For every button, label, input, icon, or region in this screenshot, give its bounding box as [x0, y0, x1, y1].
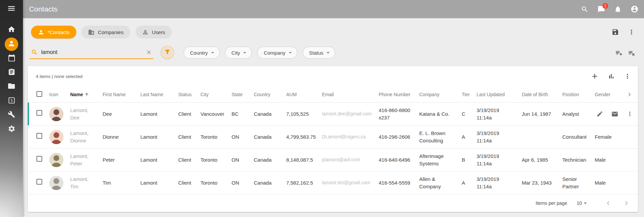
tab-users[interactable]: Users: [135, 26, 172, 38]
column-header-state[interactable]: State: [227, 86, 250, 103]
bar-chart-icon[interactable]: [608, 73, 615, 80]
column-header-name[interactable]: Name: [66, 86, 99, 103]
cell-state: BC: [227, 103, 250, 126]
cell-last-name: Lamont: [136, 171, 174, 194]
column-header-dob[interactable]: Date of Birth: [518, 86, 558, 103]
tab-label: Users: [152, 29, 165, 35]
column-header-last-name[interactable]: Last Name: [136, 86, 174, 103]
cell-email: lamont.dee@gmail.com: [318, 103, 375, 126]
selection-summary: 4 items | none selected: [36, 74, 83, 79]
cell-country: Canada: [250, 126, 282, 148]
page-title: Contacts: [29, 5, 57, 13]
sidebar-item-documents[interactable]: [5, 80, 18, 93]
column-header-tier[interactable]: Tier: [458, 86, 473, 103]
scroll-right-icon[interactable]: [619, 91, 635, 98]
row-checkbox[interactable]: [36, 156, 42, 162]
cell-country: Canada: [250, 148, 282, 171]
cell-status: Client: [174, 103, 196, 126]
sidebar-item-settings[interactable]: [5, 123, 18, 136]
chevron-down-icon: [209, 49, 216, 56]
cell-city: Toronto: [196, 148, 227, 171]
topbar-actions: 1: [581, 5, 639, 13]
sidebar-item-home[interactable]: [5, 23, 18, 37]
more-vert-icon[interactable]: [626, 111, 633, 117]
company-filter-dropdown[interactable]: Company: [257, 47, 297, 59]
more-vert-icon[interactable]: [624, 73, 631, 80]
cell-position: Analyst: [558, 103, 591, 126]
cell-name: Lamont, Peter: [66, 148, 99, 171]
row-checkbox[interactable]: [36, 179, 42, 185]
table-row[interactable]: Lamont, Peter Peter Lamont Client Toront…: [28, 148, 638, 171]
cell-status: Client: [174, 126, 196, 148]
folder-icon: [7, 82, 16, 91]
table-row[interactable]: Lamont, Dee Dee Lamont Client Vancouver …: [28, 103, 638, 126]
sidebar-item-accounts[interactable]: 5: [5, 94, 18, 108]
column-header-aum[interactable]: AUM: [282, 86, 318, 103]
contact-avatar: [49, 130, 63, 144]
city-filter-dropdown[interactable]: City: [225, 47, 252, 59]
cell-last-updated: 3/19/2019 11:14a: [473, 148, 518, 171]
tab-companies[interactable]: Companies: [81, 26, 130, 38]
account-icon[interactable]: [630, 5, 639, 13]
status-filter-dropdown[interactable]: Status: [303, 47, 336, 59]
next-page-icon[interactable]: [622, 199, 630, 207]
edit-icon[interactable]: [596, 111, 603, 117]
person-icon: [38, 29, 44, 35]
clear-search-icon[interactable]: [146, 49, 152, 55]
cell-position: Consultant: [558, 126, 591, 148]
column-header-gender[interactable]: Gender: [591, 86, 615, 103]
cell-last-name: Lamont: [136, 148, 174, 171]
table-row[interactable]: Lamont, Tim Tim Lamont Client Toronto ON…: [28, 171, 638, 194]
column-header-company[interactable]: Company: [415, 86, 458, 103]
column-header-status[interactable]: Status: [174, 86, 196, 103]
save-icon[interactable]: [612, 28, 619, 36]
country-filter-dropdown[interactable]: Country: [184, 47, 220, 59]
cell-dob: [518, 126, 558, 148]
cell-aum: 8,148,087.5: [282, 148, 318, 171]
previous-page-icon[interactable]: [604, 199, 612, 207]
bell-icon[interactable]: [614, 5, 622, 13]
sidebar-item-tools[interactable]: [5, 108, 18, 122]
add-icon[interactable]: [591, 72, 599, 80]
column-header-first-name[interactable]: First Name: [99, 86, 136, 103]
more-vert-icon[interactable]: [628, 28, 635, 36]
table-row[interactable]: Lamont, Dionne Dionne Lamont Client Toro…: [28, 126, 638, 148]
select-all-checkbox[interactable]: [36, 91, 42, 97]
cell-state: ON: [227, 126, 250, 148]
column-header-last-updated[interactable]: Last Updated: [473, 86, 518, 103]
column-header-position[interactable]: Position: [558, 86, 591, 103]
row-checkbox[interactable]: [36, 110, 42, 116]
chat-icon[interactable]: 1: [597, 5, 605, 13]
column-header-email[interactable]: Email: [318, 86, 375, 103]
search-input[interactable]: [41, 49, 142, 55]
card-header-actions: [591, 72, 631, 80]
column-header-icon[interactable]: Icon: [45, 86, 66, 103]
playlist-add-icon[interactable]: [615, 49, 622, 56]
contact-avatar: [49, 176, 63, 190]
column-header-country[interactable]: Country: [250, 86, 282, 103]
email-icon[interactable]: [611, 110, 618, 117]
app-screen: 5 Contacts 1: [0, 0, 644, 217]
menu-button[interactable]: [0, 0, 23, 18]
dropdown-label: Status: [309, 50, 324, 56]
row-checkbox[interactable]: [36, 133, 42, 139]
column-header-city[interactable]: City: [196, 86, 227, 103]
search-field[interactable]: [30, 46, 153, 59]
sidebar-item-calendar[interactable]: [5, 52, 18, 65]
playlist-clear-icon[interactable]: [628, 49, 635, 56]
tab-contacts[interactable]: *Contacts: [31, 26, 76, 38]
gear-icon: [8, 125, 16, 134]
chevron-down-icon: [582, 200, 589, 207]
sidebar-item-contacts[interactable]: [5, 37, 18, 51]
filter-funnel-button[interactable]: [161, 46, 174, 59]
filter-dropdowns: Country City Company Status: [184, 47, 335, 59]
results-card: 4 items | none selected: [28, 66, 638, 212]
search-icon[interactable]: [581, 5, 589, 13]
cell-name: Lamont, Dionne: [66, 126, 99, 148]
cell-country: Canada: [250, 103, 282, 126]
cell-aum: 7,582,162.5: [282, 171, 318, 194]
sidebar-nav: 5: [5, 23, 18, 136]
column-header-phone[interactable]: Phone Number: [375, 86, 415, 103]
page-size-select[interactable]: 10: [576, 200, 589, 207]
sidebar-item-tasks[interactable]: [5, 66, 18, 79]
